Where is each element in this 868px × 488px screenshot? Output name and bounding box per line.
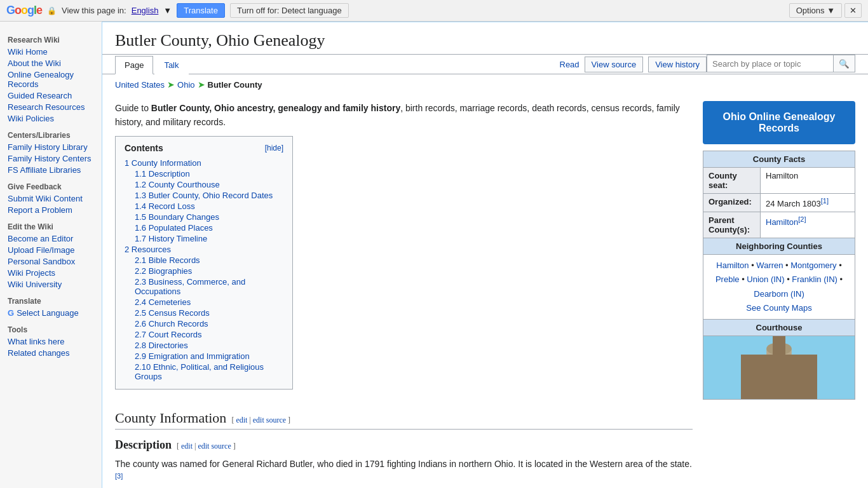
sidebar-item-upload-file[interactable]: Upload File/Image (8, 245, 95, 255)
neighbor-montgomery[interactable]: Montgomery (790, 261, 836, 270)
toc-heading: Contents (125, 143, 163, 153)
neighboring-counties-content: Hamilton • Warren • Montgomery • Preble … (703, 255, 855, 319)
toc-item-2[interactable]: 2 Resources (125, 245, 283, 254)
svg-rect-6 (782, 370, 792, 383)
sidebar-item-wiki-home[interactable]: Wiki Home (8, 47, 95, 57)
sidebar-item-family-history-library[interactable]: Family History Library (8, 142, 95, 152)
toc-item-1-7[interactable]: 1.7 History Timeline (125, 234, 283, 243)
svg-point-3 (766, 342, 792, 355)
sidebar-section-translate: Translate (8, 297, 95, 306)
article-area: Guide to Butler County, Ohio ancestry, g… (115, 101, 693, 488)
sidebar-item-fs-affiliate[interactable]: FS Affiliate Libraries (8, 165, 95, 175)
action-view-history[interactable]: View history (648, 57, 707, 72)
toc-item-2-5[interactable]: 2.5 Census Records (125, 308, 283, 318)
sidebar-item-wiki-policies[interactable]: Wiki Policies (8, 114, 95, 123)
neighbor-warren[interactable]: Warren (756, 261, 783, 270)
toc-item-1-5[interactable]: 1.5 Boundary Changes (125, 212, 283, 222)
sidebar-item-submit-wiki[interactable]: Submit Wiki Content (8, 194, 95, 203)
sidebar-item-personal-sandbox[interactable]: Personal Sandbox (8, 257, 95, 266)
toc-item-1-6[interactable]: 1.6 Populated Places (125, 223, 283, 233)
county-info-edit-source-link[interactable]: edit source (253, 416, 286, 424)
tab-talk[interactable]: Talk (154, 56, 188, 74)
view-this-page-text: View this page in: (62, 6, 126, 15)
organized-ref: [1] (821, 197, 829, 205)
translate-button[interactable]: Translate (177, 3, 225, 18)
toc-item-1-1[interactable]: 1.1 Description (125, 169, 283, 179)
sidebar-section-tools: Tools (8, 325, 95, 334)
intro-text: Guide to Butler County, Ohio ancestry, g… (115, 101, 693, 130)
svg-rect-8 (773, 383, 785, 399)
toc-item-2-7[interactable]: 2.7 Court Records (125, 330, 283, 339)
select-language-link[interactable]: Select Language (17, 308, 79, 318)
tab-actions: Read View source View history (560, 57, 707, 72)
neighbor-hamilton[interactable]: Hamilton (716, 261, 749, 270)
toc-item-1-2[interactable]: 1.2 County Courthouse (125, 180, 283, 189)
sidebar-item-what-links-here[interactable]: What links here (8, 337, 95, 346)
breadcrumb-arrow-1: ➤ (167, 79, 175, 90)
sidebar-item-family-history-centers[interactable]: Family History Centers (8, 154, 95, 163)
neighboring-counties-header: Neighboring Counties (703, 238, 855, 255)
toc-item-2-1[interactable]: 2.1 Bible Records (125, 255, 283, 265)
tab-search-area: 🔍 (707, 55, 855, 72)
toc-item-2-4[interactable]: 2.4 Cemeteries (125, 297, 283, 307)
county-info-edit-link[interactable]: edit (236, 416, 247, 424)
parent-county-row: Parent County(s): Hamilton[2] (703, 212, 855, 238)
sidebar-item-related-changes[interactable]: Related changes (8, 348, 95, 358)
sidebar-item-wiki-projects[interactable]: Wiki Projects (8, 268, 95, 278)
toc-item-2-9[interactable]: 2.9 Emigration and Immigration (125, 351, 283, 361)
search-button[interactable]: 🔍 (834, 55, 855, 72)
search-input[interactable] (707, 55, 834, 72)
close-translate-bar-button[interactable]: ✕ (844, 3, 862, 18)
toc-item-2-2[interactable]: 2.2 Biographies (125, 266, 283, 276)
breadcrumb-us[interactable]: United States (115, 80, 165, 90)
county-info-title: County Information (115, 410, 226, 426)
breadcrumb-butler: Butler County (208, 80, 262, 90)
sidebar-item-wiki-university[interactable]: Wiki University (8, 280, 95, 289)
description-heading: Description [ edit | edit source ] (115, 438, 693, 452)
translate-dropdown-arrow: ▼ (163, 6, 172, 15)
neighbor-union-in[interactable]: Union (IN) (747, 274, 784, 284)
sidebar-item-guided-research[interactable]: Guided Research (8, 91, 95, 100)
see-county-maps-link[interactable]: See County Maps (746, 303, 811, 313)
description-edit-link[interactable]: edit (181, 442, 193, 451)
parent-county-link[interactable]: Hamilton (766, 218, 798, 227)
toc-item-1[interactable]: 1 County Information (125, 158, 283, 168)
action-view-source[interactable]: View source (585, 57, 644, 72)
svg-rect-9 (763, 397, 795, 399)
breadcrumb-arrow-2: ➤ (198, 79, 205, 90)
toc-item-1-3[interactable]: 1.3 Butler County, Ohio Record Dates (125, 191, 283, 200)
county-seat-label: County seat: (703, 168, 761, 194)
toc-item-1-4[interactable]: 1.4 Record Loss (125, 201, 283, 211)
tab-bar: Page Talk Read View source View history … (102, 55, 868, 74)
county-seat-value: Hamilton (761, 168, 855, 194)
neighbor-franklin-in[interactable]: Franklin (IN) (792, 274, 837, 284)
language-link[interactable]: English (132, 6, 159, 15)
action-read[interactable]: Read (560, 60, 580, 69)
svg-rect-1 (742, 361, 817, 398)
toc-item-2-8[interactable]: 2.8 Directories (125, 341, 283, 350)
sidebar-section-feedback: Give Feedback (8, 182, 95, 191)
sidebar-item-research-resources[interactable]: Research Resources (8, 102, 95, 112)
sidebar-section-edit: Edit the Wiki (8, 222, 95, 231)
breadcrumb-ohio[interactable]: Ohio (177, 80, 194, 90)
county-facts-header: County Facts (703, 151, 855, 168)
tab-page[interactable]: Page (115, 56, 153, 74)
sidebar-item-become-editor[interactable]: Become an Editor (8, 234, 95, 243)
google-logo: Google (6, 4, 42, 17)
toc-item-2-6[interactable]: 2.6 Church Records (125, 319, 283, 329)
page-title-bar: Butler County, Ohio Genealogy (102, 22, 868, 55)
toc-hide-button[interactable]: [hide] (265, 144, 283, 152)
toc-item-2-10[interactable]: 2.10 Ethnic, Political, and Religious Gr… (125, 362, 283, 381)
description-edit-source-link[interactable]: edit source (198, 442, 231, 451)
sidebar-section-centers: Centers/Libraries (8, 131, 95, 140)
sidebar-item-online-records[interactable]: Online Genealogy Records (8, 70, 95, 89)
sidebar-item-about[interactable]: About the Wiki (8, 58, 95, 68)
neighbor-dearborn-in[interactable]: Dearborn (IN) (754, 289, 804, 299)
turnoff-button[interactable]: Turn off for: Detect language (230, 3, 349, 18)
neighbor-preble[interactable]: Preble (715, 274, 740, 284)
options-button[interactable]: Options ▼ (789, 3, 842, 18)
toc-item-2-3[interactable]: 2.3 Business, Commerce, and Occupations (125, 277, 283, 296)
options-area: Options ▼ ✕ (789, 3, 862, 18)
ohio-records-button[interactable]: Ohio Online Genealogy Records (703, 101, 855, 144)
sidebar-item-report-problem[interactable]: Report a Problem (8, 205, 95, 215)
